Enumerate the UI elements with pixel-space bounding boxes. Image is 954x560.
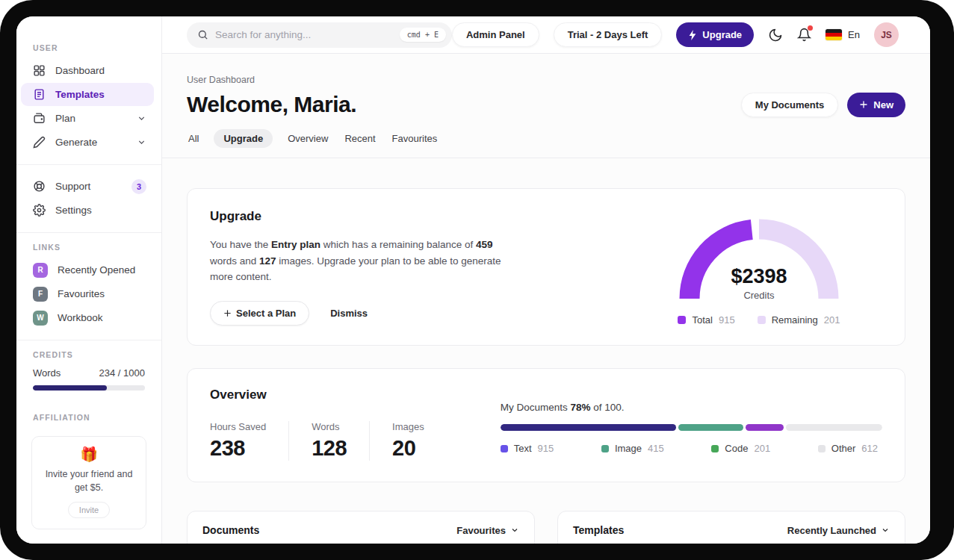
- credits-value: 234 / 1000: [99, 367, 145, 379]
- breadcrumb: User Dashboard: [187, 75, 905, 85]
- tab-upgrade[interactable]: Upgrade: [214, 129, 273, 148]
- sidebar-item-label: Plan: [55, 113, 127, 124]
- sidebar-item-label: Settings: [55, 205, 146, 216]
- gauge-legend-remaining: Remaining201: [758, 314, 840, 326]
- sidebar-link-label: Workbook: [58, 312, 146, 323]
- sidebar-link-favourites[interactable]: F Favourites: [21, 282, 154, 305]
- sidebar-item-generate[interactable]: Generate: [21, 131, 154, 154]
- admin-panel-button[interactable]: Admin Panel: [452, 22, 539, 47]
- sidebar-item-plan[interactable]: Plan: [21, 107, 154, 130]
- app-window: USER Dashboard Templates Plan Generate: [16, 16, 930, 544]
- sidebar-divider: [16, 164, 161, 165]
- upgrade-button-label: Upgrade: [702, 29, 742, 40]
- wallet-icon: [33, 112, 46, 125]
- overview-card-title: Overview: [210, 388, 469, 402]
- legend-other: Other612: [818, 443, 878, 454]
- sidebar-item-label: Dashboard: [55, 65, 146, 76]
- sidebar-item-templates[interactable]: Templates: [21, 83, 154, 106]
- my-documents-button[interactable]: My Documents: [741, 93, 838, 117]
- sidebar: USER Dashboard Templates Plan Generate: [16, 16, 162, 544]
- dark-mode-toggle[interactable]: [768, 28, 783, 43]
- sidebar-link-label: Favourites: [58, 288, 146, 299]
- sidebar-link-label: Recently Opened: [58, 264, 146, 276]
- legend-swatch: [758, 316, 766, 324]
- sidebar-item-label: Templates: [55, 89, 146, 100]
- bar-segment-code: [746, 424, 784, 431]
- dismiss-button[interactable]: Dismiss: [320, 302, 378, 325]
- sidebar-item-label: Support: [55, 181, 122, 192]
- topbar: cmd + E Admin Panel Trial - 2 Days Left …: [162, 16, 930, 54]
- bar-segment-other: [786, 424, 882, 431]
- stat-hours-saved: Hours Saved 238: [210, 421, 289, 461]
- gauge-chart: $2398 Credits: [669, 209, 849, 308]
- invite-button[interactable]: Invite: [68, 502, 110, 518]
- chevron-down-icon: [137, 113, 146, 123]
- lifebuoy-icon: [33, 180, 46, 193]
- tab-favourites[interactable]: Favourites: [391, 129, 439, 148]
- plus-icon: [859, 100, 868, 109]
- support-badge: 3: [131, 179, 146, 194]
- affiliation-text: Invite your friend and get $5.: [40, 467, 138, 494]
- letter-badge-f: F: [33, 287, 48, 302]
- templates-card-title: Templates: [573, 524, 624, 536]
- select-plan-button[interactable]: Select a Plan: [210, 301, 309, 326]
- sidebar-divider: [16, 232, 161, 233]
- upgrade-button[interactable]: Upgrade: [676, 22, 754, 47]
- sidebar-link-recently-opened[interactable]: R Recently Opened: [21, 258, 154, 281]
- sidebar-item-dashboard[interactable]: Dashboard: [21, 59, 154, 82]
- tab-recent[interactable]: Recent: [343, 129, 377, 148]
- bar-segment-image: [678, 424, 743, 431]
- notifications-button[interactable]: [797, 28, 811, 42]
- search-icon: [197, 29, 208, 40]
- letter-badge-r: R: [33, 263, 48, 278]
- gift-icon: 🎁: [40, 447, 138, 461]
- credits-gauge: $2398 Credits Total915 Remaining201: [661, 209, 857, 326]
- bolt-icon: [688, 30, 697, 40]
- legend-swatch: [711, 445, 719, 452]
- sidebar-link-workbook[interactable]: W Workbook: [21, 306, 154, 329]
- german-flag-icon[interactable]: [826, 29, 842, 40]
- sidebar-section-links: LINKS: [33, 243, 161, 252]
- documents-card: Documents Favourites Untitled Document i…: [187, 511, 535, 544]
- tab-all[interactable]: All: [187, 129, 200, 148]
- page-title: Welcome, Maria.: [187, 92, 356, 117]
- tab-overview[interactable]: Overview: [286, 129, 329, 148]
- upgrade-card-body: You have the Entry plan which has a rema…: [210, 237, 522, 285]
- legend-swatch: [678, 316, 686, 324]
- gauge-center-caption: Credits: [743, 290, 775, 301]
- search-input[interactable]: [215, 29, 393, 40]
- new-button[interactable]: New: [847, 93, 905, 117]
- gauge-arc-remaining: [759, 229, 828, 299]
- gauge-legend-total: Total915: [678, 314, 734, 326]
- templates-icon: [33, 88, 46, 101]
- screen: USER Dashboard Templates Plan Generate: [0, 0, 954, 560]
- documents-card-title: Documents: [202, 524, 259, 536]
- documents-progress-text: My Documents 78% of 100.: [501, 402, 882, 413]
- sidebar-item-label: Generate: [55, 137, 127, 148]
- sidebar-item-support[interactable]: Support 3: [21, 175, 154, 198]
- avatar[interactable]: JS: [874, 22, 899, 47]
- notification-dot: [808, 25, 813, 31]
- trial-badge[interactable]: Trial - 2 Days Left: [554, 22, 663, 47]
- sidebar-divider: [16, 340, 161, 340]
- affiliation-card: 🎁 Invite your friend and get $5. Invite: [31, 436, 146, 529]
- language-label[interactable]: En: [848, 29, 860, 40]
- credits-progress-track: [33, 385, 145, 391]
- sidebar-section-user: USER: [33, 43, 161, 52]
- moon-icon: [768, 28, 783, 43]
- select-plan-label: Select a Plan: [236, 308, 296, 319]
- sidebar-section-credits: CREDITS: [33, 350, 161, 359]
- tab-bar: All Upgrade Overview Recent Favourites: [162, 129, 930, 158]
- search-shortcut: cmd + E: [400, 28, 446, 42]
- sidebar-section-affiliation: AFFILIATION: [33, 413, 161, 422]
- gauge-arc-total: [690, 230, 752, 299]
- gauge-center-value: $2398: [731, 265, 787, 287]
- sidebar-item-settings[interactable]: Settings: [21, 199, 154, 222]
- search-bar[interactable]: cmd + E: [187, 22, 452, 48]
- new-button-label: New: [873, 99, 893, 111]
- plus-icon: [223, 309, 232, 317]
- documents-filter-dropdown[interactable]: Favourites: [456, 525, 519, 536]
- gear-icon: [33, 204, 46, 217]
- templates-filter-dropdown[interactable]: Recently Launched: [787, 525, 890, 536]
- legend-swatch: [601, 445, 609, 452]
